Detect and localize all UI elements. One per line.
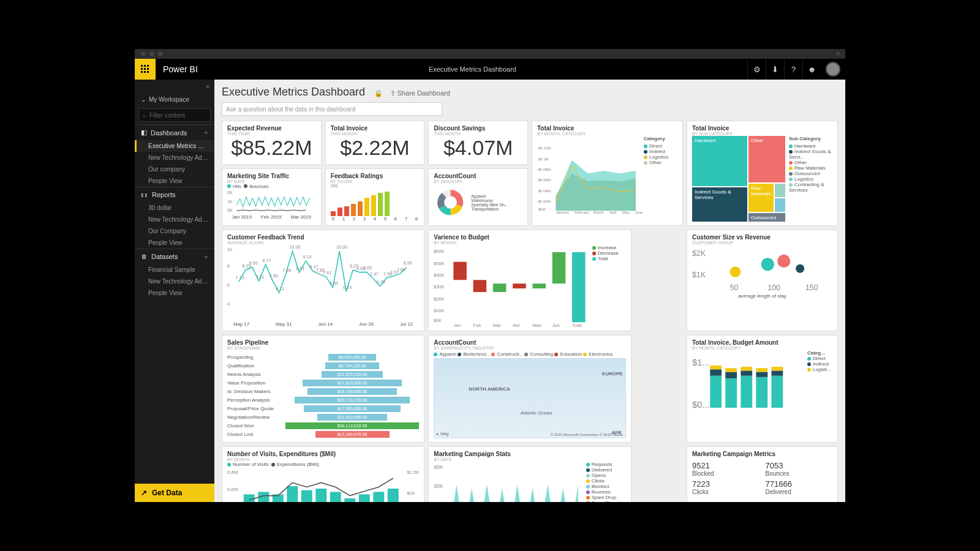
sidebar-item[interactable]: Our Company [135,225,214,237]
sidebar-item[interactable]: Our company [135,163,214,175]
sidebar-item[interactable]: 30 dollar [135,202,214,214]
user-avatar[interactable] [826,62,840,77]
svg-text:$0...: $0... [692,400,709,410]
add-dashboard-icon[interactable]: ＋ [203,128,209,137]
window-title: Executive Metrics Dashboard [198,66,747,73]
svg-text:7.61: 7.61 [323,270,331,276]
sidebar: ≡ ⌄My Workspace ⌕Filter content ◧Dashboa… [135,80,214,502]
scatter-chart: $2K$1K 50100150 [692,245,832,293]
share-button[interactable]: ⇪ Share Dashboard [390,89,450,97]
svg-marker-17 [556,160,635,211]
svg-text:7.89: 7.89 [397,267,405,272]
svg-text:$0.12M: $0.12M [538,146,551,150]
section-datasets[interactable]: 🗎Datasets＋ [135,249,214,264]
sidebar-item[interactable]: New Technology Adoption [135,276,214,287]
sidebar-item[interactable]: New Technology Adoption [135,152,214,163]
workspace-selector[interactable]: ⌄My Workspace [135,93,214,106]
svg-text:January: January [556,210,570,214]
svg-text:6.24: 6.24 [343,285,352,290]
tile-invoice-budget-amount[interactable]: Total Invoice, Budget Amount BY MONTH, C… [687,335,838,443]
tile-customer-size-revenue[interactable]: Customer Size vs Revenue CUSTOMER GROUP … [687,230,838,331]
tile-total-invoice-month[interactable]: Total Invoice THIS MONTH $2.22M [325,121,425,165]
svg-rect-134 [710,365,722,369]
svg-text:7.13: 7.13 [236,275,244,280]
svg-text:$0.1M: $0.1M [538,157,549,161]
filter-content-input[interactable]: ⌕Filter content [138,108,211,122]
svg-rect-137 [725,369,737,372]
svg-rect-74 [533,283,546,288]
svg-text:40K: 40K [434,465,443,471]
feedback-icon[interactable]: ☻ [802,59,821,80]
line-chart: 2K1K0K [227,189,316,214]
tile-invoice-by-month-category[interactable]: Total Invoice BY MONTH, CATEGORY $0.12M$… [532,121,683,226]
donut-chart [434,186,467,219]
close-dot[interactable] [141,51,146,56]
sidebar-item-executive-metrics[interactable]: Executive Metrics Dashb... [135,140,214,152]
svg-text:10.00: 10.00 [336,245,347,250]
app-launcher-icon[interactable] [135,59,156,80]
svg-text:6.60: 6.60 [330,280,338,286]
tile-sales-pipeline[interactable]: Sales Pipeline BY STAGENAME Prospecting$… [222,335,424,443]
svg-text:6.72: 6.72 [377,279,385,285]
sidebar-item[interactable]: Financial Sample [135,264,214,276]
treemap: Hardware Indirect Goods & Services Other… [692,136,785,222]
dashboard-canvas: Executive Metrics Dashboard 🔒 ⇪ Share Da… [214,80,845,502]
svg-text:150: 150 [805,283,818,292]
tile-discount-savings[interactable]: Discount Savings THIS MONTH $4.07M [428,121,528,165]
svg-text:8.77: 8.77 [262,258,271,263]
svg-text:Total: Total [572,323,582,327]
sidebar-item[interactable]: People View [135,287,214,299]
brand-label: Power BI [163,64,198,74]
svg-text:30K: 30K [434,484,443,490]
tile-marketing-traffic[interactable]: Marketing Site Traffic BY DATE Hits Boun… [222,168,322,227]
svg-rect-144 [771,376,783,408]
area-chart: 40K30K20K10K0K May 2015June 2015Jul 2015 [434,462,586,502]
tile-variance-budget[interactable]: Varience to Budget BY MONTH $60K$50K$40K… [428,230,631,331]
tile-visits-expenditures[interactable]: Number of Visits, Expenditures ($Mil) BY… [222,446,424,502]
map-visual[interactable]: NORTH AMERICA EUROPE AFR Atlantic Ocean … [434,358,625,438]
sidebar-collapse-icon[interactable]: ≡ [135,80,214,93]
help-icon[interactable]: ? [784,59,802,80]
svg-text:100: 100 [767,283,780,292]
tile-campaign-metrics[interactable]: Marketing Campaign Metrics 9521Blocked 7… [687,446,838,502]
svg-text:Apr: Apr [513,323,520,327]
svg-text:1K: 1K [227,198,233,204]
funnel-chart: Prospecting$8,635,600.00Qualification$9,… [227,353,419,438]
add-dataset-icon[interactable]: ＋ [203,252,209,261]
sidebar-item[interactable]: People View [135,237,214,249]
svg-text:4: 4 [227,301,230,307]
section-reports[interactable]: ⫾⫾Reports [135,187,214,202]
section-dashboards[interactable]: ◧Dashboards＋ [135,124,214,140]
tile-invoice-by-subcategory[interactable]: Total Invoice BY SUB CATEGORY Hardware I… [687,121,838,226]
macos-titlebar: × [135,49,845,59]
tile-account-count-industry[interactable]: AccountCount BY INDUSTRY Apparel [428,168,528,227]
svg-rect-140 [741,367,752,370]
sidebar-item[interactable]: New Technology Adoptio... [135,214,214,225]
close-icon[interactable]: × [836,50,840,58]
svg-text:Jan: Jan [454,323,461,327]
svg-text:$60K: $60K [434,249,445,254]
reports-icon: ⫾⫾ [141,191,148,198]
zoom-dot[interactable] [158,51,163,56]
download-icon[interactable]: ⬇ [766,59,784,80]
qna-input[interactable]: Ask a question about the data in this da… [222,102,442,116]
tile-feedback-trend[interactable]: Customer Feedback Trend AVERAGE SCORE 10… [222,230,424,331]
kpi-value: $4.07M [434,136,522,160]
tile-campaign-stats[interactable]: Marketing Campaign Stats BY DATE 40K30K2… [428,446,631,502]
svg-rect-72 [513,283,526,288]
svg-text:$10K: $10K [434,308,445,313]
minimize-dot[interactable] [149,51,154,56]
tile-account-map[interactable]: AccountCount BY SHIPPINGCITY, INDUSTRY A… [428,335,631,443]
svg-rect-145 [771,371,783,376]
svg-text:8.05: 8.05 [363,265,372,271]
svg-text:$0.08M: $0.08M [538,167,551,171]
lock-icon[interactable]: 🔒 [374,89,383,97]
tile-expected-revenue[interactable]: Expected Revenue THIS YEAR $85.22M [222,121,322,165]
settings-icon[interactable]: ⚙ [747,59,766,80]
svg-rect-66 [454,262,467,280]
svg-text:7.86: 7.86 [282,268,291,273]
top-bar: Power BI Executive Metrics Dashboard ⚙ ⬇… [135,59,845,80]
tile-feedback-ratings[interactable]: Feedback Ratings BY SCORE 200 012345678 [325,168,425,227]
sidebar-item[interactable]: People View [135,175,214,187]
get-data-button[interactable]: ↗Get Data [135,484,214,502]
